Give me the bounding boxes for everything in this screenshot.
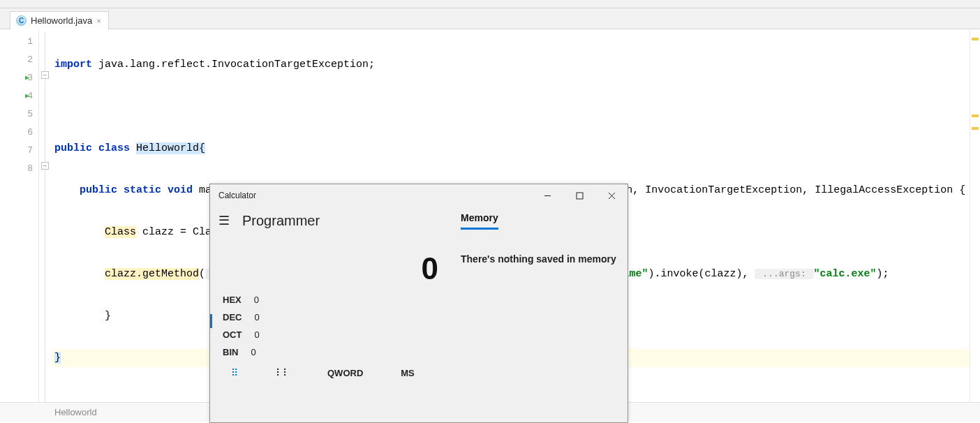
- fold-toggle-icon[interactable]: −: [41, 71, 49, 79]
- calculator-memory-panel: Memory There's nothing saved in memory: [451, 207, 628, 422]
- bit-toggle-icon[interactable]: ⠇⠇: [276, 367, 290, 378]
- fold-column: − −: [39, 29, 52, 402]
- svg-rect-1: [577, 193, 583, 199]
- run-icon[interactable]: ▶: [25, 73, 29, 82]
- overview-ruler[interactable]: [970, 29, 980, 402]
- calculator-window[interactable]: Calculator ☰ Programmer 0 HEX0 DEC0 OCT0…: [209, 184, 628, 423]
- calculator-title: Calculator: [218, 191, 256, 200]
- close-button[interactable]: [595, 184, 628, 207]
- hamburger-icon[interactable]: ☰: [218, 213, 230, 228]
- line-number[interactable]: 8: [0, 159, 38, 177]
- line-number[interactable]: 2: [0, 50, 38, 68]
- maximize-button[interactable]: [563, 184, 595, 207]
- java-class-icon: [16, 15, 27, 26]
- base-row-hex[interactable]: HEX0: [218, 295, 451, 305]
- marker-warning-icon[interactable]: [972, 114, 979, 117]
- calculator-display: 0: [218, 235, 451, 292]
- line-number[interactable]: 4▶: [0, 87, 38, 105]
- code-line: [52, 98, 970, 116]
- minimize-button[interactable]: [531, 184, 563, 207]
- gutter: 1 2 3▶ 4▶ 5 6 7 8: [0, 29, 39, 402]
- close-icon[interactable]: ×: [96, 17, 101, 25]
- calculator-main-panel: ☰ Programmer 0 HEX0 DEC0 OCT0 BIN0 ⠿ ⠇⠇ …: [210, 207, 451, 422]
- marker-warning-icon[interactable]: [972, 127, 979, 130]
- fold-toggle-icon[interactable]: −: [41, 162, 49, 170]
- run-icon[interactable]: ▶: [25, 91, 29, 100]
- line-number[interactable]: 5: [0, 105, 38, 123]
- top-toolbar: [0, 0, 980, 8]
- code-line: public class Helloworld{: [52, 140, 970, 158]
- base-row-oct[interactable]: OCT0: [218, 329, 451, 340]
- breadcrumb[interactable]: Helloworld: [54, 407, 97, 417]
- base-list: HEX0 DEC0 OCT0 BIN0: [218, 292, 451, 357]
- calculator-body: ☰ Programmer 0 HEX0 DEC0 OCT0 BIN0 ⠿ ⠇⠇ …: [210, 207, 628, 422]
- line-number[interactable]: 6: [0, 123, 38, 141]
- line-number[interactable]: 3▶: [0, 68, 38, 87]
- file-tab-label: Helloworld.java: [31, 15, 92, 26]
- memory-tab[interactable]: Memory: [461, 212, 498, 230]
- active-base-indicator: [210, 314, 212, 328]
- line-number[interactable]: 7: [0, 141, 38, 159]
- memory-store-button[interactable]: MS: [401, 368, 415, 378]
- line-number[interactable]: 1: [0, 32, 38, 50]
- keypad-icon[interactable]: ⠿: [231, 367, 238, 378]
- calculator-toolbar: ⠿ ⠇⠇ QWORD MS: [218, 357, 451, 378]
- base-row-bin[interactable]: BIN0: [218, 347, 451, 357]
- calculator-mode-label[interactable]: Programmer: [242, 213, 320, 229]
- window-controls: [531, 184, 628, 207]
- calculator-titlebar[interactable]: Calculator: [210, 184, 628, 207]
- marker-warning-icon[interactable]: [972, 38, 979, 40]
- word-size-button[interactable]: QWORD: [327, 368, 363, 378]
- code-line: import java.lang.reflect.InvocationTarge…: [52, 56, 970, 74]
- file-tab[interactable]: Helloworld.java ×: [10, 11, 109, 29]
- tab-bar: Helloworld.java ×: [0, 8, 980, 29]
- base-row-dec[interactable]: DEC0: [218, 312, 451, 322]
- memory-empty-message: There's nothing saved in memory: [461, 253, 618, 265]
